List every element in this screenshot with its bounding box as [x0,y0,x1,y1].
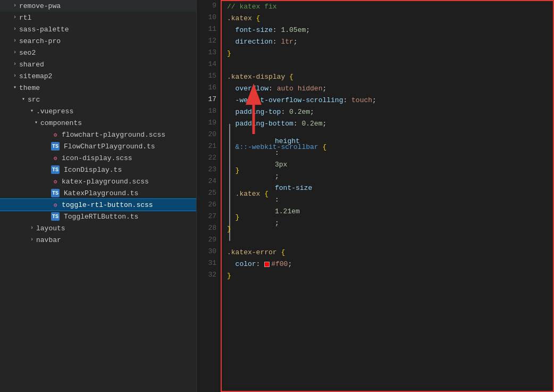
line-number: 12 [197,35,216,47]
sidebar-item-label: src [28,96,196,104]
sidebar-item-label: ToggleRTLButton.ts [64,213,196,221]
sidebar-item-label: KatexPlayground.ts [64,189,196,197]
sidebar-item-search-pro[interactable]: search-pro [0,35,196,47]
scss-file-icon: ⚙ [51,201,60,209]
sidebar-item-label: FlowChartPlayground.ts [64,143,196,151]
token-value: auto hidden [277,83,323,95]
code-editor[interactable]: // katex fix .katex { font-size : 1.05em… [221,0,554,392]
ts-file-icon: TS [51,165,60,174]
token-value: touch [351,95,372,106]
line-number: 30 [197,246,216,257]
color-swatch-red [264,262,270,267]
token-value: 3px [275,161,287,169]
sidebar-item-label: shared [19,61,196,69]
sidebar-item-layouts[interactable]: layouts [0,222,196,234]
token-colon: : [256,258,265,270]
sidebar-item-label: flowchart-playground.scss [62,131,196,139]
token-property: -webkit-overflow-scrolling [227,95,343,106]
sidebar-item-katex-ts[interactable]: TS KatexPlayground.ts [0,187,196,199]
line-number: 11 [197,23,216,35]
chevron-icon [19,95,28,104]
token-colon: : [275,149,283,157]
token-brace: { [318,141,327,153]
code-line-12: direction : ltr ; [222,36,553,48]
token-brace: } [227,212,239,223]
sidebar-item-flowchart-scss[interactable]: ⚙ flowchart-playground.scss [0,129,196,140]
token-semi: ; [288,258,292,270]
token-brace: { [277,247,286,258]
code-line-32: } [222,270,553,282]
chevron-icon [11,72,19,80]
sidebar-item-label: rtl [19,14,196,22]
sidebar-item-katex-scss[interactable]: ⚙ katex-playground.scss [0,176,196,187]
token-colon: : [273,36,281,48]
chevron-icon [11,37,19,45]
sidebar-item-icon-display-scss[interactable]: ⚙ icon-display.scss [0,152,196,164]
sidebar-item-toggle-rtl-scss[interactable]: ⚙ toggle-rtl-button.scss [0,199,196,211]
token-colon: : [273,24,281,36]
sidebar-item-rtl[interactable]: rtl [0,12,196,23]
chevron-icon [11,25,19,34]
token-colon: : [268,83,277,95]
code-line-15: .katex-display { [222,71,553,83]
sidebar-item-vuepress[interactable]: .vuepress [0,105,196,117]
token-value: 1.05em [281,24,306,36]
token-brace: } [227,48,231,60]
token-property: font-size [275,184,312,192]
line-number: 26 [197,199,216,211]
line-number: 15 [197,70,216,82]
sidebar-item-seo2[interactable]: seo2 [0,47,196,59]
token-property: direction [227,36,273,48]
line-number: 16 [197,82,216,94]
token-indent-border: font-size : 1.21em ; [229,171,312,241]
line-number: 29 [197,234,216,246]
sidebar-item-icon-display-ts[interactable]: TS IconDisplay.ts [0,164,196,176]
token-semi: ; [322,83,326,95]
token-selector: .katex-error [227,247,277,258]
chevron-icon [32,119,40,127]
token-semi: ; [310,106,314,118]
chevron-icon [11,2,19,10]
line-number: 19 [197,117,216,129]
sidebar-item-sitemap2[interactable]: sitemap2 [0,70,196,82]
code-line-17: -webkit-overflow-scrolling : touch ; [222,95,553,106]
line-number: 24 [197,176,216,187]
sidebar-item-navbar[interactable]: navbar [0,234,196,246]
ts-file-icon: TS [51,212,60,221]
sidebar-item-flowchart-ts[interactable]: TS FlowChartPlayground.ts [0,140,196,152]
code-line-10: .katex { [222,13,553,24]
sidebar-item-remove-pwa[interactable]: remove-pwa [0,0,196,12]
token-value: #f00 [271,258,288,270]
sidebar-item-theme[interactable]: theme [0,82,196,94]
code-line-22: height : 3px ; [222,153,553,165]
scss-file-icon: ⚙ [51,154,60,162]
line-number: 20 [197,129,216,140]
chevron-icon [11,48,19,57]
token-property: padding-top [227,106,281,118]
token-property: overflow [227,83,268,95]
file-explorer[interactable]: remove-pwa rtl sass-palette search-pro s… [0,0,197,392]
token-property: font-size [227,24,273,36]
scss-file-icon: ⚙ [51,177,60,186]
token-selector: .katex [227,13,252,24]
sidebar-item-label: seo2 [19,49,196,57]
sidebar-item-sass-palette[interactable]: sass-palette [0,23,196,35]
sidebar-item-src[interactable]: src [0,94,196,105]
sidebar-item-shared[interactable]: shared [0,59,196,70]
token-brace: { [285,71,293,83]
line-number: 13 [197,47,216,59]
sidebar-item-toggle-rtl-ts[interactable]: TS ToggleRTLButton.ts [0,211,196,222]
line-number: 14 [197,59,216,70]
token-comment: // katex fix [227,1,277,13]
code-line-26: font-size : 1.21em ; [222,200,553,212]
line-number: 28 [197,222,216,234]
code-line-13: } [222,48,553,60]
token-semi: ; [322,118,326,130]
chevron-icon [11,60,19,69]
sidebar-item-label: components [40,119,196,127]
line-number: 17 [197,94,216,105]
sidebar-item-components[interactable]: components [0,117,196,129]
code-content: // katex fix .katex { font-size : 1.05em… [222,1,553,282]
ts-file-icon: TS [51,142,60,151]
token-selector: .katex-display [227,71,285,83]
